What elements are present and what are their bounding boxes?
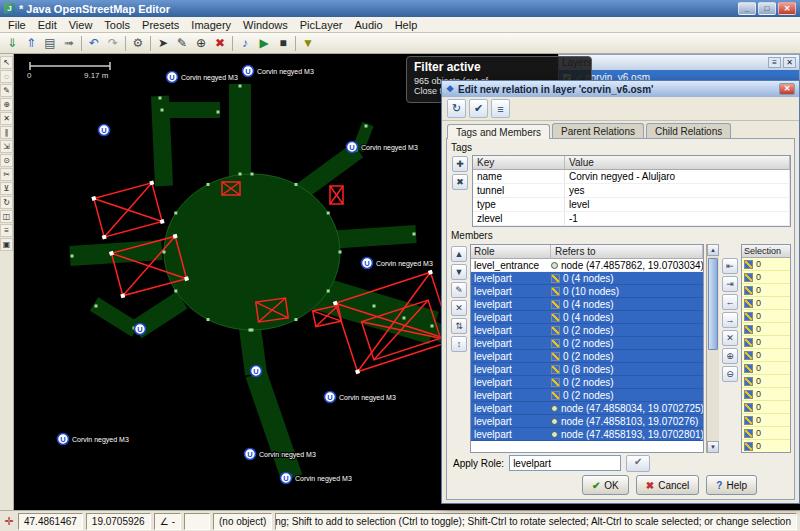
- member-row[interactable]: levelpartnode (47.4858034, 19.0702725): [471, 402, 703, 415]
- help-button[interactable]: ?Help: [706, 475, 757, 495]
- metro-entrance-marker[interactable]: U: [135, 324, 146, 335]
- sort-members-icon[interactable]: ⇅: [451, 318, 467, 334]
- selection-row[interactable]: 0: [742, 310, 790, 323]
- extrude-tool-icon[interactable]: ⇲: [0, 140, 13, 153]
- selection-row[interactable]: 0: [742, 440, 790, 452]
- add-tag-icon[interactable]: ✚: [452, 156, 468, 172]
- deselect-members-icon[interactable]: ⊖: [722, 366, 738, 382]
- members-refersto-header[interactable]: Refers to: [551, 245, 703, 259]
- zoom-tool-icon[interactable]: ⊕: [0, 98, 13, 111]
- members-role-header[interactable]: Role: [471, 245, 551, 259]
- menu-edit[interactable]: Edit: [32, 18, 63, 32]
- layers-close-icon[interactable]: ✕: [783, 57, 796, 68]
- tags-value-header[interactable]: Value: [565, 156, 790, 170]
- draw-mode-icon[interactable]: ✎: [173, 34, 191, 52]
- tags-key-header[interactable]: Key: [473, 156, 565, 170]
- selection-row[interactable]: 0: [742, 323, 790, 336]
- selection-row[interactable]: 0: [742, 427, 790, 440]
- remove-selected-members-icon[interactable]: ✕: [722, 330, 738, 346]
- tag-row[interactable]: zlevel-1: [473, 212, 790, 226]
- draw-tool-icon[interactable]: ✎: [0, 84, 13, 97]
- move-member-down-icon[interactable]: ▼: [451, 264, 467, 280]
- metro-entrance-marker[interactable]: UCorvin negyed M3: [362, 258, 433, 269]
- mirror-tool-icon[interactable]: ◫: [0, 210, 13, 223]
- save-icon[interactable]: ▤: [41, 34, 59, 52]
- tag-row[interactable]: tunnelyes: [473, 184, 790, 198]
- selection-row[interactable]: 0: [742, 375, 790, 388]
- apply-role-input[interactable]: [509, 455, 621, 471]
- cancel-button[interactable]: ✖Cancel: [636, 475, 700, 495]
- tab-child-relations[interactable]: Child Relations: [646, 123, 731, 138]
- split-tool-icon[interactable]: ✂: [0, 168, 13, 181]
- delete-tool-icon[interactable]: ✕: [0, 112, 13, 125]
- minimize-button[interactable]: _: [738, 2, 756, 15]
- selection-row[interactable]: 0: [742, 362, 790, 375]
- menu-tools[interactable]: Tools: [98, 18, 136, 32]
- download-icon[interactable]: ⇓: [3, 34, 21, 52]
- undo-icon[interactable]: ↶: [85, 34, 103, 52]
- add-selected-after-icon[interactable]: →: [722, 312, 738, 328]
- delete-mode-icon[interactable]: ✖: [211, 34, 229, 52]
- selection-row[interactable]: 0: [742, 401, 790, 414]
- menu-imagery[interactable]: Imagery: [185, 18, 237, 32]
- metro-entrance-marker[interactable]: UCorvin negyed M3: [58, 434, 129, 445]
- member-row[interactable]: levelpart0 (4 nodes): [471, 272, 703, 285]
- selected-way-rect[interactable]: [330, 186, 343, 204]
- selection-row[interactable]: 0: [742, 414, 790, 427]
- select-mode-icon[interactable]: ➤: [154, 34, 172, 52]
- selection-row[interactable]: 0: [742, 258, 790, 271]
- redo-icon[interactable]: ↷: [104, 34, 122, 52]
- metro-entrance-marker[interactable]: UCorvin negyed M3: [325, 392, 396, 403]
- member-row[interactable]: levelpart0 (10 nodes): [471, 285, 703, 298]
- select-tool-icon[interactable]: ↖: [0, 56, 13, 69]
- upload-icon[interactable]: ⇑: [22, 34, 40, 52]
- scrollbar-thumb[interactable]: [708, 258, 718, 350]
- tag-row[interactable]: typelevel: [473, 198, 790, 212]
- selection-row[interactable]: 0: [742, 336, 790, 349]
- filter-icon[interactable]: ▼: [299, 34, 317, 52]
- layers-menu-icon[interactable]: ≡: [768, 57, 781, 68]
- tab-tags-and-members[interactable]: Tags and Members: [447, 124, 550, 139]
- metro-entrance-marker[interactable]: U: [99, 125, 110, 136]
- scroll-up-icon[interactable]: ▲: [707, 244, 719, 256]
- member-row[interactable]: levelpart0 (2 nodes): [471, 389, 703, 402]
- maximize-button[interactable]: □: [758, 2, 776, 15]
- apply-role-button[interactable]: ✔: [626, 455, 650, 472]
- rotate-tool-icon[interactable]: ↻: [0, 196, 13, 209]
- move-member-up-icon[interactable]: ▲: [451, 246, 467, 262]
- export-icon[interactable]: ➟: [60, 34, 78, 52]
- member-row[interactable]: level_entrancenode (47.4857862, 19.07030…: [471, 259, 703, 272]
- improve-accuracy-tool-icon[interactable]: ⊙: [0, 154, 13, 167]
- metro-entrance-marker[interactable]: UCorvin negyed M3: [243, 66, 314, 77]
- merge-tool-icon[interactable]: ⊻: [0, 182, 13, 195]
- add-selected-before-icon[interactable]: ←: [722, 294, 738, 310]
- zoom-mode-icon[interactable]: ⊕: [192, 34, 210, 52]
- metro-entrance-marker[interactable]: U: [251, 366, 262, 377]
- member-row[interactable]: levelpartnode (47.4858193, 19.0702801): [471, 428, 703, 441]
- selection-row[interactable]: 0: [742, 297, 790, 310]
- remove-member-icon[interactable]: ✕: [451, 300, 467, 316]
- lasso-tool-icon[interactable]: ◌: [0, 70, 13, 83]
- member-row[interactable]: levelpart0 (4 nodes): [471, 298, 703, 311]
- member-row[interactable]: levelpart0 (2 nodes): [471, 350, 703, 363]
- play-icon[interactable]: ▶: [255, 34, 273, 52]
- select-relation-icon[interactable]: ≡: [491, 99, 510, 118]
- add-selected-at-end-icon[interactable]: ⇥: [722, 276, 738, 292]
- selection-row[interactable]: 0: [742, 284, 790, 297]
- selection-row[interactable]: 0: [742, 388, 790, 401]
- menu-file[interactable]: File: [2, 18, 32, 32]
- edit-member-icon[interactable]: ✎: [451, 282, 467, 298]
- reverse-order-icon[interactable]: ↕: [451, 336, 467, 352]
- refresh-relation-icon[interactable]: ↻: [447, 99, 466, 118]
- member-row[interactable]: levelpart0 (2 nodes): [471, 376, 703, 389]
- add-selected-at-start-icon[interactable]: ⇤: [722, 258, 738, 274]
- align-tool-icon[interactable]: ≡: [0, 224, 13, 237]
- metro-entrance-marker[interactable]: UCorvin negyed M3: [167, 72, 238, 83]
- stop-icon[interactable]: ■: [274, 34, 292, 52]
- ok-button[interactable]: ✔OK: [582, 475, 629, 495]
- selection-row[interactable]: 0: [742, 349, 790, 362]
- menu-help[interactable]: Help: [389, 18, 424, 32]
- delete-tag-icon[interactable]: ✖: [452, 174, 468, 190]
- metro-entrance-marker[interactable]: UCorvin negyed M3: [245, 449, 316, 460]
- dialog-close-icon[interactable]: ✕: [779, 83, 795, 95]
